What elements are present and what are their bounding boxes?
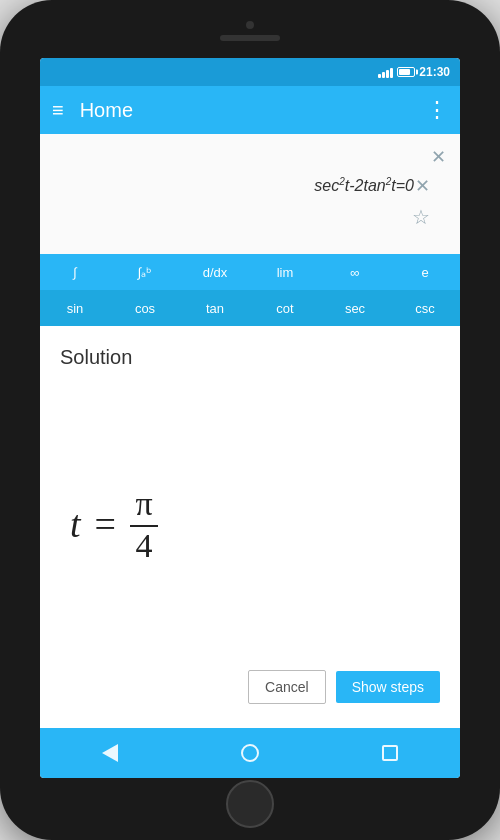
star-row: ☆	[56, 205, 444, 229]
cos-button[interactable]: cos	[110, 290, 180, 326]
battery-icon	[397, 67, 415, 77]
euler-button[interactable]: e	[390, 254, 460, 290]
show-steps-button[interactable]: Show steps	[336, 671, 440, 703]
nav-bar	[40, 728, 460, 778]
keyboard-bottom-row: sin cos tan cot sec csc	[40, 290, 460, 326]
back-icon	[102, 744, 118, 762]
recents-button[interactable]	[365, 733, 415, 773]
status-time: 21:30	[419, 65, 450, 79]
integral-button[interactable]: ∫	[40, 254, 110, 290]
solution-label: Solution	[60, 346, 440, 369]
clear-equation-icon[interactable]: ✕	[415, 175, 430, 197]
physical-home-button[interactable]	[226, 780, 274, 828]
equation-area: ✕ sec2t-2tan2t=0 ✕ ☆	[40, 134, 460, 254]
hamburger-icon[interactable]: ≡	[52, 100, 64, 120]
sin-button[interactable]: sin	[40, 290, 110, 326]
denominator-4: 4	[136, 529, 153, 563]
app-bar: ≡ Home ⋮	[40, 86, 460, 134]
pi-numerator: π	[135, 485, 152, 523]
phone-bottom	[226, 778, 274, 830]
clear-top-icon[interactable]: ✕	[431, 146, 446, 168]
equation-display: sec2t-2tan2t=0	[314, 176, 414, 195]
recents-icon	[382, 745, 398, 761]
keyboard-top-row: ∫ ∫ₐᵇ d/dx lim ∞ e	[40, 254, 460, 290]
phone-camera	[246, 21, 254, 29]
status-icons: 21:30	[378, 65, 450, 79]
math-keyboard: ∫ ∫ₐᵇ d/dx lim ∞ e sin cos tan cot sec c…	[40, 254, 460, 326]
cancel-button[interactable]: Cancel	[248, 670, 326, 704]
back-button[interactable]	[85, 733, 135, 773]
home-icon	[241, 744, 259, 762]
more-options-icon[interactable]: ⋮	[426, 99, 448, 121]
action-buttons: Cancel Show steps	[60, 662, 440, 712]
solution-math: t = π 4	[60, 385, 440, 662]
cot-button[interactable]: cot	[250, 290, 320, 326]
status-bar: 21:30	[40, 58, 460, 86]
phone-frame: 21:30 ≡ Home ⋮ ✕ sec2t-2tan2t=0 ✕ ☆	[0, 0, 500, 840]
fraction: π 4	[130, 485, 158, 563]
derivative-button[interactable]: d/dx	[180, 254, 250, 290]
app-title: Home	[80, 99, 426, 122]
equation-row: sec2t-2tan2t=0 ✕	[56, 176, 444, 195]
home-button[interactable]	[225, 733, 275, 773]
phone-screen: 21:30 ≡ Home ⋮ ✕ sec2t-2tan2t=0 ✕ ☆	[40, 58, 460, 778]
main-content: ✕ sec2t-2tan2t=0 ✕ ☆ ∫ ∫ₐᵇ d/dx lim	[40, 134, 460, 728]
signal-icon	[378, 66, 393, 78]
infinity-button[interactable]: ∞	[320, 254, 390, 290]
limit-button[interactable]: lim	[250, 254, 320, 290]
equals-sign: =	[95, 502, 116, 546]
variable-t: t	[70, 502, 81, 546]
tan-button[interactable]: tan	[180, 290, 250, 326]
phone-speaker	[220, 35, 280, 41]
sec-button[interactable]: sec	[320, 290, 390, 326]
definite-integral-button[interactable]: ∫ₐᵇ	[110, 254, 180, 290]
favorite-icon[interactable]: ☆	[412, 205, 430, 229]
phone-top	[220, 10, 280, 58]
solution-area: Solution t = π 4 Cancel Show steps	[40, 326, 460, 728]
csc-button[interactable]: csc	[390, 290, 460, 326]
